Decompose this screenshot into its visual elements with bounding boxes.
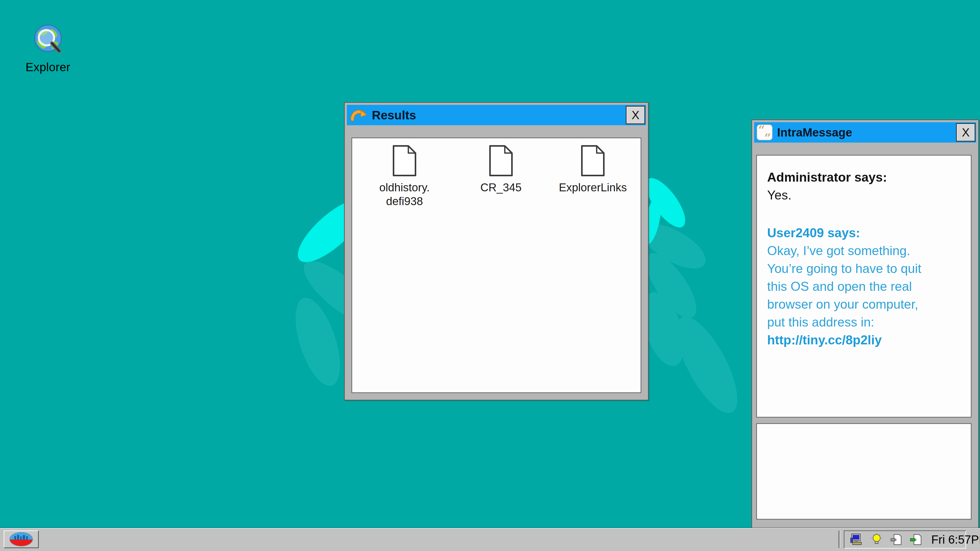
file-label: ExplorerLinks [559, 181, 627, 194]
computer-tray-icon[interactable] [850, 533, 863, 546]
chat-sender: Administrator says: [767, 168, 946, 186]
document-plug-icon[interactable] [890, 533, 903, 546]
chat-link[interactable]: http://tiny.cc/8p2liy [767, 333, 882, 347]
desktop-icon-label: Explorer [25, 60, 70, 74]
close-icon[interactable]: X [626, 106, 645, 124]
results-titlebar[interactable]: Results X [347, 105, 646, 125]
file-item-cr345[interactable]: CR_345 [461, 145, 541, 194]
chat-sender: User2409 says: [767, 224, 946, 242]
desktop: Explorer Results X [0, 0, 980, 551]
results-window: Results X oldhistory. defi938 [344, 102, 649, 400]
globe-search-icon [30, 22, 65, 58]
document-plug-green-icon[interactable] [910, 533, 923, 546]
document-icon [393, 145, 417, 178]
chat-message-user2409: User2409 says: Okay, I’ve got something.… [767, 224, 946, 349]
quote-icon: “” [757, 124, 773, 140]
intramessage-window: “” IntraMessage X Administrator says: Ye… [751, 119, 979, 529]
redo-arrow-icon [350, 108, 367, 122]
file-label: CR_345 [480, 181, 522, 194]
start-logo-icon [9, 532, 34, 547]
results-file-area: oldhistory. defi938 CR_345 [352, 138, 641, 393]
close-icon[interactable]: X [956, 123, 975, 141]
tray-divider [838, 530, 840, 548]
message-input-area[interactable] [756, 423, 972, 519]
document-icon [581, 145, 605, 178]
intramessage-titlebar[interactable]: “” IntraMessage X [754, 122, 976, 143]
file-label: oldhistory. defi938 [379, 181, 430, 208]
file-item-oldhistory[interactable]: oldhistory. defi938 [365, 145, 444, 208]
chat-body: Okay, I’ve got something. You’re going t… [767, 242, 946, 331]
intramessage-window-title: IntraMessage [777, 125, 852, 139]
system-tray: Fri 6:57PM [844, 530, 966, 549]
start-button[interactable] [3, 530, 39, 548]
results-window-title: Results [372, 108, 416, 122]
chat-message-administrator: Administrator says: Yes. [767, 168, 946, 204]
desktop-icon-explorer[interactable]: Explorer [15, 22, 81, 74]
taskbar-clock: Fri 6:57PM [931, 533, 980, 546]
message-history-area: Administrator says: Yes. User2409 says: … [756, 155, 972, 418]
lightbulb-tray-icon[interactable] [870, 533, 883, 546]
file-item-explorerlinks[interactable]: ExplorerLinks [553, 145, 632, 194]
document-icon [489, 145, 513, 178]
chat-body: Yes. [767, 186, 946, 204]
taskbar: Fri 6:57PM [0, 528, 980, 551]
